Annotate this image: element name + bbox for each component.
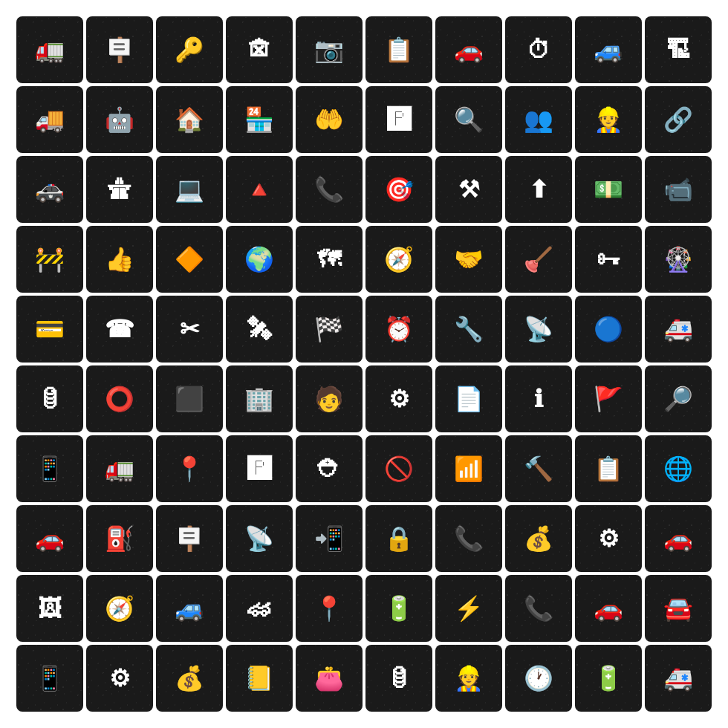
icon-car-battery[interactable]: 🔋 bbox=[575, 645, 642, 712]
icon-garage[interactable]: 🏚 bbox=[226, 16, 293, 83]
icon-tire[interactable]: ⚙ bbox=[575, 505, 642, 572]
icon-laptop[interactable]: 💻 bbox=[156, 156, 223, 223]
icon-signpost[interactable]: 🪧 bbox=[156, 505, 223, 572]
icon-sports-car[interactable]: 🚗 bbox=[435, 16, 502, 83]
icon-crossed-tools[interactable]: 🔧 bbox=[435, 296, 502, 363]
icon-auto-shop[interactable]: 🏪 bbox=[226, 86, 293, 153]
icon-flag[interactable]: 🚩 bbox=[575, 365, 642, 432]
icon-car-lift[interactable]: ⬆ bbox=[505, 156, 572, 223]
icon-steering-wheel[interactable]: 🎡 bbox=[645, 226, 712, 293]
icon-fuel-pump[interactable]: ⛽ bbox=[86, 505, 153, 572]
icon-steering2[interactable]: ⭕ bbox=[86, 365, 153, 432]
icon-car-side[interactable]: 🚙 bbox=[575, 16, 642, 83]
icon-car-jack[interactable]: ⬛ bbox=[156, 365, 223, 432]
icon-credit-card[interactable]: 💳 bbox=[16, 296, 83, 363]
icon-key-fob[interactable]: 🗝 bbox=[575, 226, 642, 293]
icon-speedometer[interactable]: ⏱ bbox=[505, 16, 572, 83]
icon-open-sign[interactable]: 🪧 bbox=[86, 16, 153, 83]
icon-car-hand[interactable]: 🤲 bbox=[296, 86, 363, 153]
icon-antenna[interactable]: 📶 bbox=[435, 435, 502, 502]
icon-battery[interactable]: 🔋 bbox=[365, 575, 432, 642]
icon-document-check[interactable]: 📄 bbox=[435, 365, 502, 432]
icon-car-top[interactable]: 🚙 bbox=[156, 575, 223, 642]
icon-fuel-container[interactable]: 🛢 bbox=[365, 645, 432, 712]
icon-car-dollar[interactable]: 💰 bbox=[505, 505, 572, 572]
icon-tools-cross[interactable]: ⚒ bbox=[435, 156, 502, 223]
icon-plunger[interactable]: 🪠 bbox=[505, 226, 572, 293]
icon-cash[interactable]: 💵 bbox=[575, 156, 642, 223]
icon-thumbs-up[interactable]: 👍 bbox=[86, 226, 153, 293]
icon-gps-device[interactable]: 📡 bbox=[226, 505, 293, 572]
icon-ambulance2[interactable]: 🚑 bbox=[645, 645, 712, 712]
icon-car-signal[interactable]: 📡 bbox=[505, 296, 572, 363]
icon-scissors-tools[interactable]: ✂ bbox=[156, 296, 223, 363]
icon-gauge[interactable]: 🔵 bbox=[575, 296, 642, 363]
icon-mechanic[interactable]: 👷 bbox=[575, 86, 642, 153]
icon-24h[interactable]: 🕐 bbox=[505, 645, 572, 712]
icon-spark-plug[interactable]: ⚡ bbox=[435, 575, 502, 642]
icon-tow-truck[interactable]: 🚛 bbox=[16, 16, 83, 83]
icon-key[interactable]: 🔑 bbox=[156, 16, 223, 83]
icon-dollar-house[interactable]: 🏠 bbox=[156, 86, 223, 153]
icon-car-front[interactable]: 🚘 bbox=[645, 575, 712, 642]
icon-road-flat[interactable]: 🏁 bbox=[296, 296, 363, 363]
icon-compass2[interactable]: 🧭 bbox=[86, 575, 153, 642]
icon-location-pin[interactable]: 📍 bbox=[296, 575, 363, 642]
icon-phonebook[interactable]: 📒 bbox=[226, 645, 293, 712]
icon-mobile-flag[interactable]: 📲 bbox=[296, 505, 363, 572]
icon-phone-mobile[interactable]: 📱 bbox=[16, 435, 83, 502]
icon-worker-hat[interactable]: 👷 bbox=[435, 645, 502, 712]
icon-security-camera[interactable]: 📷 bbox=[296, 16, 363, 83]
icon-globe-search[interactable]: 🌐 bbox=[645, 435, 712, 502]
icon-map-search[interactable]: 🔎 bbox=[645, 365, 712, 432]
icon-car-small[interactable]: 🚗 bbox=[575, 575, 642, 642]
icon-camera-monitor[interactable]: 📹 bbox=[645, 156, 712, 223]
icon-sports-car2[interactable]: 🏎 bbox=[226, 575, 293, 642]
icon-phone-handle[interactable]: 📞 bbox=[505, 575, 572, 642]
icon-road[interactable]: 🛣 bbox=[86, 156, 153, 223]
icon-parking-garage[interactable]: 🏢 bbox=[226, 365, 293, 432]
icon-robot-head[interactable]: 🤖 bbox=[86, 86, 153, 153]
icon-checklist[interactable]: 📋 bbox=[575, 435, 642, 502]
icon-parking[interactable]: 🅿 bbox=[365, 86, 432, 153]
icon-road-frame[interactable]: 🖼 bbox=[16, 575, 83, 642]
icon-tablet[interactable]: 📱 bbox=[16, 645, 83, 712]
icon-cone2[interactable]: 🔶 bbox=[156, 226, 223, 293]
icon-billboard[interactable]: 📋 bbox=[365, 16, 432, 83]
icon-handshake[interactable]: 🤝 bbox=[435, 226, 502, 293]
icon-helmet[interactable]: ⛑ bbox=[296, 435, 363, 502]
icon-excavator[interactable]: 🏗 bbox=[645, 16, 712, 83]
icon-barrier[interactable]: 🚧 bbox=[16, 226, 83, 293]
icon-tools-set[interactable]: 🔨 bbox=[505, 435, 572, 502]
icon-person-service[interactable]: 🧑 bbox=[296, 365, 363, 432]
icon-phone-question[interactable]: 📞 bbox=[296, 156, 363, 223]
icon-chain[interactable]: 🔗 bbox=[645, 86, 712, 153]
icon-satellite[interactable]: 🛰 bbox=[226, 296, 293, 363]
icon-group[interactable]: 👥 bbox=[505, 86, 572, 153]
icon-fork-tool[interactable]: ⚙ bbox=[86, 645, 153, 712]
icon-two-cars[interactable]: 🚗 bbox=[16, 505, 83, 572]
icon-car-tow2[interactable]: 🚗 bbox=[645, 505, 712, 572]
icon-clock-phone[interactable]: ⏰ bbox=[365, 296, 432, 363]
icon-parking-sign[interactable]: 🅿 bbox=[226, 435, 293, 502]
icon-globe[interactable]: 🌍 bbox=[226, 226, 293, 293]
icon-no-parking[interactable]: 🚫 bbox=[365, 435, 432, 502]
icon-wheel[interactable]: ⚙ bbox=[365, 365, 432, 432]
icon-cone[interactable]: 🔺 bbox=[226, 156, 293, 223]
icon-compass[interactable]: 🧭 bbox=[365, 226, 432, 293]
icon-car-locked[interactable]: 🔒 bbox=[365, 505, 432, 572]
icon-location-shop[interactable]: 📍 bbox=[156, 435, 223, 502]
icon-map[interactable]: 🗺 bbox=[296, 226, 363, 293]
icon-target[interactable]: 🎯 bbox=[365, 156, 432, 223]
icon-info-question[interactable]: ℹ bbox=[505, 365, 572, 432]
icon-phone-signal[interactable]: 📞 bbox=[435, 505, 502, 572]
icon-car-police[interactable]: 🚓 bbox=[16, 156, 83, 223]
icon-car-scan[interactable]: 🔍 bbox=[435, 86, 502, 153]
icon-phone-office[interactable]: ☎ bbox=[86, 296, 153, 363]
icon-ambulance[interactable]: 🚑 bbox=[645, 296, 712, 363]
icon-truck2[interactable]: 🚛 bbox=[86, 435, 153, 502]
icon-oil-can[interactable]: 🛢 bbox=[16, 365, 83, 432]
icon-money-bag[interactable]: 💰 bbox=[156, 645, 223, 712]
icon-truck[interactable]: 🚚 bbox=[16, 86, 83, 153]
icon-wallet[interactable]: 👛 bbox=[296, 645, 363, 712]
